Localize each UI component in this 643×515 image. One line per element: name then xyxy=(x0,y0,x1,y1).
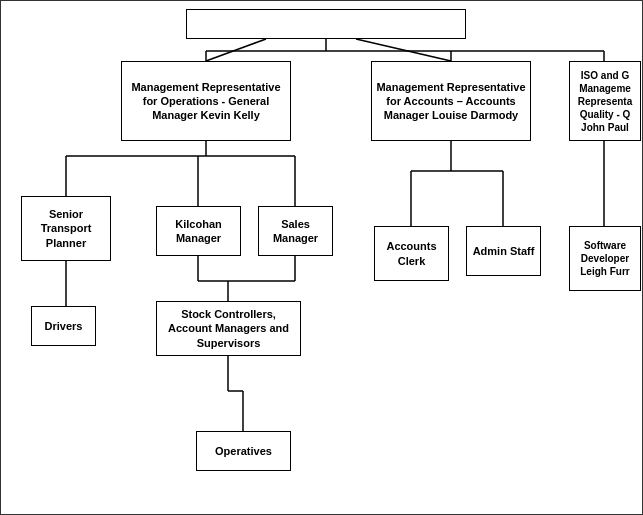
top-box xyxy=(186,9,466,39)
sales-label: Sales Manager xyxy=(263,217,328,246)
mgmt-ops-label: Management Representative for Operations… xyxy=(126,80,286,123)
kilcohan-label: Kilcohan Manager xyxy=(161,217,236,246)
drivers-label: Drivers xyxy=(45,319,83,333)
mgmt-iso-box: ISO and GManagemeRepresentaQuality - QJo… xyxy=(569,61,641,141)
accounts-clerk-label: Accounts Clerk xyxy=(379,239,444,268)
mgmt-iso-label: ISO and GManagemeRepresentaQuality - QJo… xyxy=(578,69,632,134)
svg-line-1 xyxy=(356,39,451,61)
drivers-box: Drivers xyxy=(31,306,96,346)
senior-transport-box: Senior Transport Planner xyxy=(21,196,111,261)
kilcohan-box: Kilcohan Manager xyxy=(156,206,241,256)
mgmt-accounts-box: Management Representative for Accounts –… xyxy=(371,61,531,141)
senior-transport-label: Senior Transport Planner xyxy=(26,207,106,250)
stock-controllers-box: Stock Controllers, Account Managers and … xyxy=(156,301,301,356)
admin-staff-label: Admin Staff xyxy=(473,244,535,258)
operatives-label: Operatives xyxy=(215,444,272,458)
admin-staff-box: Admin Staff xyxy=(466,226,541,276)
stock-controllers-label: Stock Controllers, Account Managers and … xyxy=(161,307,296,350)
software-dev-box: SoftwareDeveloperLeigh Furr xyxy=(569,226,641,291)
operatives-box: Operatives xyxy=(196,431,291,471)
svg-line-0 xyxy=(206,39,266,61)
sales-box: Sales Manager xyxy=(258,206,333,256)
org-chart: Management Representative for Operations… xyxy=(0,0,643,515)
software-dev-label: SoftwareDeveloperLeigh Furr xyxy=(580,239,629,278)
mgmt-accounts-label: Management Representative for Accounts –… xyxy=(376,80,526,123)
accounts-clerk-box: Accounts Clerk xyxy=(374,226,449,281)
mgmt-ops-box: Management Representative for Operations… xyxy=(121,61,291,141)
